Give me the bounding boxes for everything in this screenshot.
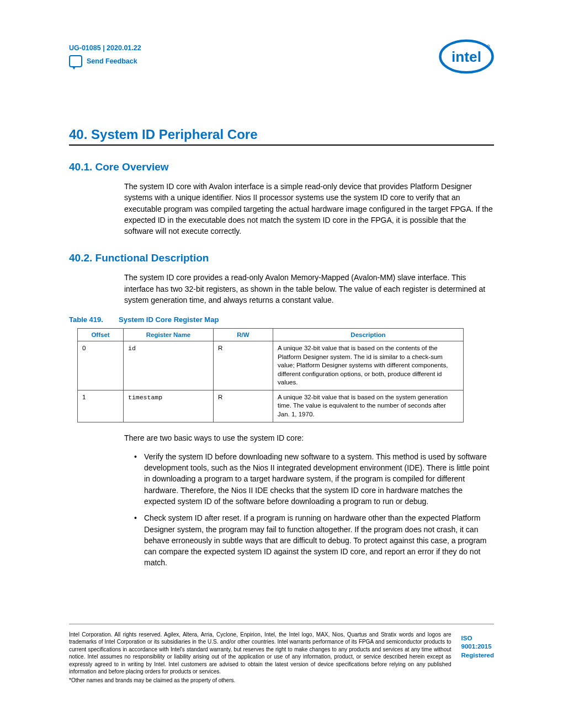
list-item: Verify the system ID before downloading … <box>134 451 494 507</box>
table-caption: Table 419.System ID Core Register Map <box>69 315 494 324</box>
legal-text: Intel Corporation. All rights reserved. … <box>69 631 452 676</box>
page-footer: Intel Corporation. All rights reserved. … <box>69 624 494 683</box>
th-rw: R/W <box>214 329 273 341</box>
list-item: Check system ID after reset. If a progra… <box>134 512 494 568</box>
overview-paragraph: The system ID core with Avalon interface… <box>124 181 494 237</box>
iso-badge: ISO 9001:2015 Registered <box>461 631 494 660</box>
table-row: 1 timestamp R A unique 32-bit value that… <box>78 390 464 422</box>
intel-logo: intel R <box>439 39 494 74</box>
section-heading-functional: 40.2. Functional Description <box>69 252 494 264</box>
feedback-icon[interactable] <box>69 55 82 67</box>
document-id: UG-01085 | 2020.01.22 <box>69 44 141 52</box>
register-map-table: Offset Register Name R/W Description 0 i… <box>77 328 464 422</box>
th-register-name: Register Name <box>124 329 214 341</box>
other-names-text: *Other names and brands may be claimed a… <box>69 677 452 683</box>
table-row: 0 id R A unique 32-bit value that is bas… <box>78 341 464 390</box>
th-description: Description <box>273 329 464 341</box>
usage-list: Verify the system ID before downloading … <box>134 451 494 569</box>
functional-paragraph: The system ID core provides a read-only … <box>124 272 494 306</box>
send-feedback-link[interactable]: Send Feedback <box>87 57 137 65</box>
page-header: UG-01085 | 2020.01.22 Send Feedback inte… <box>69 39 494 74</box>
section-heading-overview: 40.1. Core Overview <box>69 161 494 173</box>
svg-text:intel: intel <box>452 49 481 65</box>
usage-intro: There are two basic ways to use the syst… <box>124 432 494 443</box>
chapter-title: 40. System ID Peripheral Core <box>69 127 494 146</box>
th-offset: Offset <box>78 329 124 341</box>
